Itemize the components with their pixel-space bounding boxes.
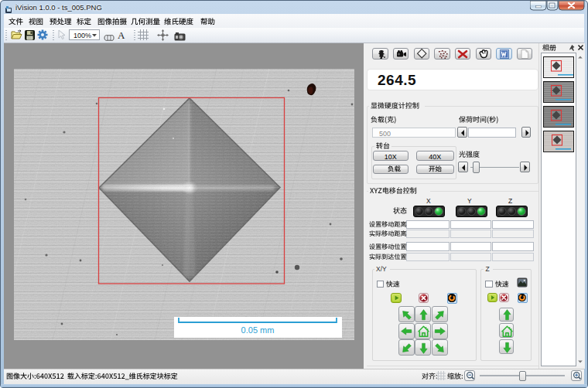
- svg-text:0.05 mm: 0.05 mm: [241, 325, 275, 335]
